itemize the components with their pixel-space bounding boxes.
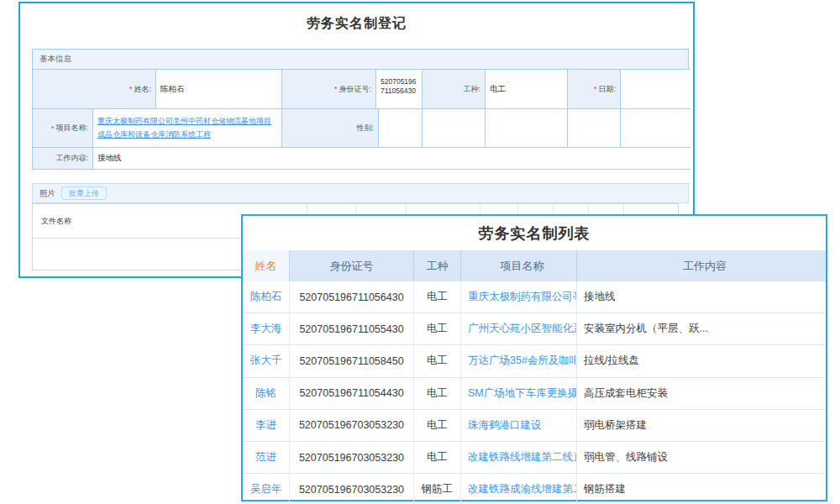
list-panel: 劳务实名制列表 姓名身份证号工种项目名称工作内容 陈柏石520705196711…: [241, 214, 827, 501]
work-type-label: 工种:: [423, 70, 486, 108]
project-link-cell[interactable]: 珠海鹤港口建设: [461, 410, 577, 441]
id-cell: 520705196703053230: [290, 410, 414, 441]
work-content-field[interactable]: 接地线: [93, 148, 691, 169]
project-link[interactable]: 重庆太极制药有限公司亳州中药材仓储物流基地项目成品仓库和设备仓库消防系统工程: [97, 115, 277, 141]
work-content-cell: 拉线/拉线盘: [577, 345, 826, 376]
name-cell[interactable]: 李进: [243, 410, 290, 441]
project-link-cell[interactable]: 改建铁路成渝线增建第二...: [461, 474, 577, 504]
work-content-cell: 接地线: [577, 281, 826, 312]
basic-info-label: 基本信息: [39, 54, 71, 65]
required-asterisk: *: [594, 85, 597, 93]
work-type-cell: 电工: [414, 281, 461, 312]
work-content-cell: 高压成套电柜安装: [577, 378, 826, 409]
work-content-cell: 弱电桥架搭建: [577, 410, 826, 441]
table-row: 陈柏石520705196711056430电工重庆太极制药有限公司亳...接地线: [243, 281, 826, 312]
column-header-0[interactable]: 姓名: [243, 250, 290, 281]
gender-field[interactable]: [379, 109, 423, 147]
table-row: 张大千520705196711058450电工万达广场35#会所及咖啡...拉线…: [243, 344, 826, 376]
table-row: 陈铭520705196711054430电工SM广场地下车库更换摄...高压成套…: [243, 377, 826, 409]
work-content-cell: 钢筋搭建: [577, 474, 826, 504]
form-row-2: * 项目名称: 重庆太极制药有限公司亳州中药材仓储物流基地项目成品仓库和设备仓库…: [33, 108, 690, 147]
id-number-label: * 身份证号:: [282, 70, 376, 108]
project-link-cell[interactable]: 广州天心苑小区智能化系...: [461, 313, 577, 344]
registration-title: 劳务实名制登记: [20, 15, 693, 33]
name-label: * 姓名:: [33, 70, 156, 108]
id-cell: 520705196711058450: [290, 345, 414, 376]
work-type-cell: 电工: [414, 313, 461, 344]
photo-section-header: 照片 批量上传: [32, 183, 689, 203]
name-cell[interactable]: 陈铭: [243, 378, 290, 409]
name-cell[interactable]: 李大海: [243, 313, 290, 344]
project-field: 重庆太极制药有限公司亳州中药材仓储物流基地项目成品仓库和设备仓库消防系统工程: [93, 109, 282, 147]
column-header-1[interactable]: 身份证号: [290, 250, 414, 281]
work-content-label: 工作内容:: [33, 148, 93, 169]
id-cell: 520705196711054430: [290, 378, 414, 409]
form-row-3: 工作内容: 接地线: [33, 147, 690, 169]
list-title: 劳务实名制列表: [243, 216, 826, 250]
id-number-field[interactable]: 520705196711056430: [376, 70, 423, 108]
date-field[interactable]: [621, 70, 691, 108]
work-type-cell: 钢筋工: [414, 474, 461, 504]
work-type-cell: 电工: [414, 442, 461, 473]
gender-label: 性别:: [282, 109, 379, 147]
batch-upload-button[interactable]: 批量上传: [61, 186, 107, 201]
name-cell[interactable]: 陈柏石: [243, 281, 290, 312]
table-row: 李进520705196703053230电工珠海鹤港口建设弱电桥架搭建: [243, 409, 826, 441]
column-header-3[interactable]: 项目名称: [461, 250, 577, 281]
id-cell: 520705196711055430: [290, 313, 414, 344]
column-header-4[interactable]: 工作内容: [577, 250, 826, 281]
project-link-cell[interactable]: 万达广场35#会所及咖啡...: [461, 345, 577, 376]
list-header-row: 姓名身份证号工种项目名称工作内容: [243, 250, 826, 281]
work-content-cell: 安装室内分机（平层、跃...: [577, 313, 826, 344]
form-row-1: * 姓名: 陈柏石 * 身份证号: 520705196711056430 工种:…: [33, 70, 690, 108]
name-cell[interactable]: 范进: [243, 442, 290, 473]
empty-cell: [621, 109, 691, 147]
name-cell[interactable]: 张大千: [243, 345, 290, 376]
project-link-cell[interactable]: 改建铁路线增建第二线直...: [461, 442, 577, 473]
id-cell: 520705196711056430: [290, 281, 414, 312]
photo-label: 照片: [39, 188, 55, 199]
name-field[interactable]: 陈柏石: [156, 70, 282, 108]
column-header-2[interactable]: 工种: [414, 250, 461, 281]
required-asterisk: *: [51, 124, 55, 133]
table-row: 李大海520705196711055430电工广州天心苑小区智能化系...安装室…: [243, 312, 826, 344]
basic-info-section-header: 基本信息: [32, 49, 689, 70]
work-type-field[interactable]: 电工: [486, 70, 568, 108]
empty-cell: [486, 109, 568, 147]
empty-cell: [423, 109, 486, 147]
required-asterisk: *: [334, 85, 338, 93]
project-label: * 项目名称:: [33, 109, 93, 147]
table-row: 范进520705196703053230电工改建铁路线增建第二线直...弱电管、…: [243, 441, 826, 473]
work-type-cell: 电工: [414, 345, 461, 376]
registration-form: * 姓名: 陈柏石 * 身份证号: 520705196711056430 工种:…: [32, 69, 690, 170]
id-cell: 520705196703053230: [290, 442, 414, 473]
work-content-cell: 弱电管、线路铺设: [577, 442, 826, 473]
id-cell: 520705196703053230: [290, 474, 414, 504]
required-asterisk: *: [129, 85, 133, 93]
project-link-cell[interactable]: 重庆太极制药有限公司亳...: [461, 281, 577, 312]
file-name-column-header: 文件名称: [33, 216, 71, 227]
work-type-cell: 电工: [414, 410, 461, 441]
name-cell[interactable]: 吴启年: [243, 474, 290, 504]
empty-cell: [568, 109, 621, 147]
table-row: 吴启年520705196703053230钢筋工改建铁路成渝线增建第二...钢筋…: [243, 473, 826, 504]
work-type-cell: 电工: [414, 378, 461, 409]
project-link-cell[interactable]: SM广场地下车库更换摄...: [461, 378, 577, 409]
date-label: * 日期:: [568, 70, 621, 108]
list-body: 陈柏石520705196711056430电工重庆太极制药有限公司亳...接地线…: [243, 281, 826, 504]
